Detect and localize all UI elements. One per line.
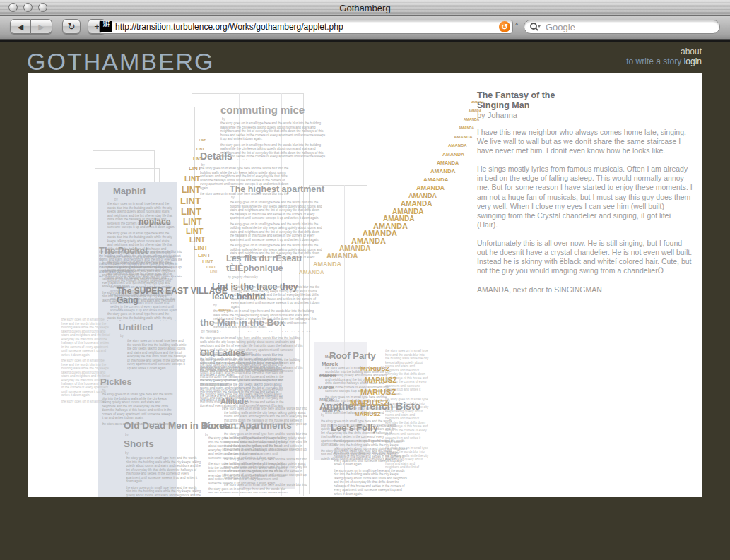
tower-story-title[interactable]: The SUPER EAST VILLAGEGang <box>117 287 228 305</box>
tower-story-byline: by <box>100 257 104 261</box>
browser-toolbar: ◀ ▶ ↻ + http://transition.turbulence.org… <box>0 16 730 40</box>
scatter-word-lint: LINT <box>183 218 202 226</box>
tower-story-title[interactable]: Lee's Folly <box>331 423 378 433</box>
scatter-word-lint: LINT <box>189 237 205 244</box>
scatter-word-lint: LINT <box>184 176 200 183</box>
tower-story-title[interactable]: Les fils du rÈseautÈlÈphonique <box>226 254 302 274</box>
scatter-word-marek: Marek <box>322 407 341 414</box>
tower-story-byline: by <box>231 196 235 199</box>
story-title: The Fantasy of the Singing Man <box>477 90 693 111</box>
scatter-word-amanda: AMANDA <box>326 253 358 260</box>
scatter-word-amanda: AMANDA <box>299 270 324 275</box>
tower-story-byline: by <box>125 451 129 455</box>
scatter-word-lint: LINT <box>196 148 204 151</box>
scatter-word-marek: Marek <box>325 355 335 359</box>
window-title: Gothamberg <box>0 3 730 13</box>
story-body-text: the story goes on in small type here and… <box>208 436 290 493</box>
scatter-word-amanda: AMANDA <box>416 185 445 191</box>
tower-story-byline: by <box>205 433 208 436</box>
scatter-word-amanda: AMANDA <box>218 309 231 311</box>
login-link[interactable]: login <box>684 56 702 66</box>
scatter-word-marek: Marek <box>322 362 338 367</box>
tower-story-title[interactable]: Maphiri <box>113 186 146 196</box>
applet-canvas[interactable]: The Fantasy of the Singing Man by Johann… <box>28 73 702 497</box>
tower-story-title[interactable]: Details <box>200 151 232 162</box>
tower-story-byline: by <box>125 433 129 436</box>
tower-story-title[interactable]: commuting mice <box>220 105 305 117</box>
tower-story-title[interactable]: Roof Party <box>329 351 376 361</box>
caret-icon: ^ <box>515 22 518 29</box>
google-search-input[interactable]: Google <box>524 20 720 34</box>
story-body-text: the story goes on in small type here and… <box>334 439 408 497</box>
story-body-text: the story goes on in small type here and… <box>230 201 323 258</box>
scatter-word-mariusz: MARIUSZ <box>365 377 397 384</box>
tower-story-title[interactable]: the Man in the Box <box>200 318 285 328</box>
tower-story-title[interactable]: Old Ladies <box>200 349 245 359</box>
scatter-word-lint: LINT <box>182 186 201 194</box>
tower-story-byline: by <box>222 117 225 121</box>
scatter-word-amanda: AMANDA <box>442 152 464 157</box>
scatter-word-lint: LINT <box>193 157 202 161</box>
tower-story-title[interactable]: Untitled <box>119 323 153 333</box>
scatter-word-amanda: AMANDA <box>471 101 484 104</box>
scatter-word-mariusz: MARIUSZ <box>350 399 389 407</box>
scatter-word-mariusz: MARIUSZ <box>360 366 389 372</box>
search-placeholder: Google <box>546 22 575 32</box>
tower-story-title[interactable]: Altitude <box>220 398 248 406</box>
tower-story-byline: by <box>102 388 105 392</box>
scatter-word-amanda: AMANDA <box>430 169 456 174</box>
story-paragraph: Unfortunately this is all over now. He i… <box>477 239 693 276</box>
back-button[interactable]: ◀ <box>10 19 31 34</box>
scatter-word-lint: LINT <box>210 270 218 273</box>
tower-story-byline: by Helena B <box>201 330 219 333</box>
scatter-word-marek: Marek <box>318 385 334 391</box>
tower-story-title[interactable]: The Pocket <box>99 246 148 256</box>
story-byline: by Johanna <box>477 111 693 119</box>
tower-story-title[interactable]: The highest apartment <box>230 185 324 195</box>
forward-button[interactable]: ▶ <box>31 19 52 34</box>
scatter-word-marek: Marek <box>319 397 334 402</box>
scatter-word-mariusz: MARIUSZ <box>355 412 380 417</box>
scatter-word-lint: LINT <box>186 227 203 235</box>
tower-story-byline: by <box>120 334 124 338</box>
reload-button[interactable]: ↻ <box>62 19 81 34</box>
window-titlebar: Gothamberg <box>0 0 730 16</box>
story-body-text: the story goes on in small type here and… <box>107 312 177 321</box>
scatter-word-lint: LINT <box>198 253 211 258</box>
tower-story-title[interactable]: Shorts <box>124 439 154 450</box>
gothamberg-page: GOTHAMBERG about to write a story login … <box>0 42 730 560</box>
search-icon <box>529 22 541 32</box>
scatter-word-amanda: AMANDA <box>437 160 459 165</box>
story-body-text: the story goes on in small type here and… <box>220 121 326 160</box>
site-logo: GOTHAMBERG <box>27 48 215 76</box>
about-link[interactable]: about <box>681 47 702 56</box>
story-text: I have this new neighbor who always come… <box>477 128 693 294</box>
story-body-text: the story goes on in small type here and… <box>126 456 202 497</box>
write-story-link[interactable]: to write a story <box>626 56 681 66</box>
story-panel: The Fantasy of the Singing Man by Johann… <box>477 90 693 304</box>
reload-icon: ↻ <box>68 21 76 32</box>
scatter-word-lint: LINT <box>199 139 206 142</box>
scatter-word-lint: LINT <box>180 196 201 205</box>
scatter-word-amanda: AMANDA <box>408 193 437 199</box>
tower-story-title[interactable]: noplace <box>139 218 170 227</box>
back-icon: ◀ <box>18 23 23 31</box>
tower-story-title[interactable]: Old Dead Men in Boxes <box>124 421 230 431</box>
address-bar[interactable]: http://transition.turbulence.org/Works/g… <box>99 20 513 34</box>
tower-story-byline: by <box>332 434 336 438</box>
scatter-word-amanda: AMANDA <box>423 177 449 183</box>
scatter-word-amanda: AMANDA <box>469 109 481 112</box>
tower-story-title[interactable]: Pickles <box>100 377 132 387</box>
tower-story-byline: by <box>118 307 122 311</box>
story-paragraph: AMANDA, next door to SINGINGMAN <box>477 285 693 294</box>
scatter-word-amanda: AMANDA <box>448 143 467 148</box>
scatter-word-lint: LINT <box>189 166 201 172</box>
netart-favicon: NETART <box>100 21 112 32</box>
scatter-word-marek: Marek <box>319 373 336 379</box>
story-body-text: the story goes on in small type here and… <box>127 339 187 371</box>
scatter-word-mariusz: MARIUSZ <box>360 388 396 396</box>
forward-icon: ▶ <box>38 23 44 31</box>
header-links: about to write a story login <box>626 47 702 66</box>
snapback-icon[interactable]: ↺ <box>499 21 510 32</box>
tower-story-byline: by <box>114 198 118 201</box>
